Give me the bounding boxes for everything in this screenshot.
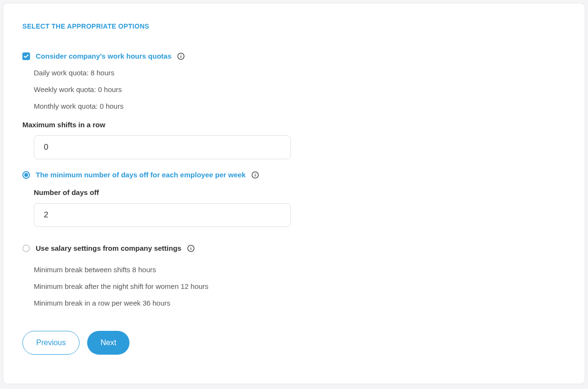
work-quota-block: Daily work quota: 8 hours Weekly work qu… [34,69,566,110]
info-icon[interactable] [187,245,195,252]
monthly-quota: Monthly work quota: 0 hours [34,102,566,110]
days-off-field-label: Number of days off [34,188,566,196]
breaks-block: Minimum break between shifts 8 hours Min… [34,266,566,307]
option-min-days-off[interactable]: The minimum number of days off for each … [22,171,566,179]
next-button[interactable]: Next [87,331,130,355]
info-icon[interactable] [251,171,259,179]
svg-point-2 [181,54,181,55]
option-work-hours-quotas[interactable]: Consider company's work hours quotas [22,52,566,60]
section-title: SELECT THE APPROPRIATE OPTIONS [22,22,566,30]
previous-button[interactable]: Previous [22,331,80,355]
radio-min-days-off[interactable] [22,171,30,179]
option-min-days-off-label: The minimum number of days off for each … [36,171,246,179]
info-icon[interactable] [177,52,185,60]
break-per-week: Minimum break in a row per week 36 hours [34,299,566,307]
break-night-women: Minimum break after the night shift for … [34,282,566,290]
weekly-quota: Weekly work quota: 0 hours [34,85,566,93]
svg-point-5 [255,173,255,174]
option-salary-settings-label: Use salary settings from company setting… [36,244,181,252]
svg-point-8 [190,246,191,247]
max-shifts-label: Maximum shifts in a row [22,121,566,129]
max-shifts-input[interactable] [34,135,291,159]
daily-quota: Daily work quota: 8 hours [34,69,566,77]
days-off-input[interactable] [34,203,291,227]
option-work-hours-label: Consider company's work hours quotas [36,52,171,60]
break-between-shifts: Minimum break between shifts 8 hours [34,266,566,274]
option-salary-settings[interactable]: Use salary settings from company setting… [22,244,566,252]
radio-salary-settings[interactable] [22,245,30,252]
checkbox-work-hours[interactable] [22,52,30,60]
